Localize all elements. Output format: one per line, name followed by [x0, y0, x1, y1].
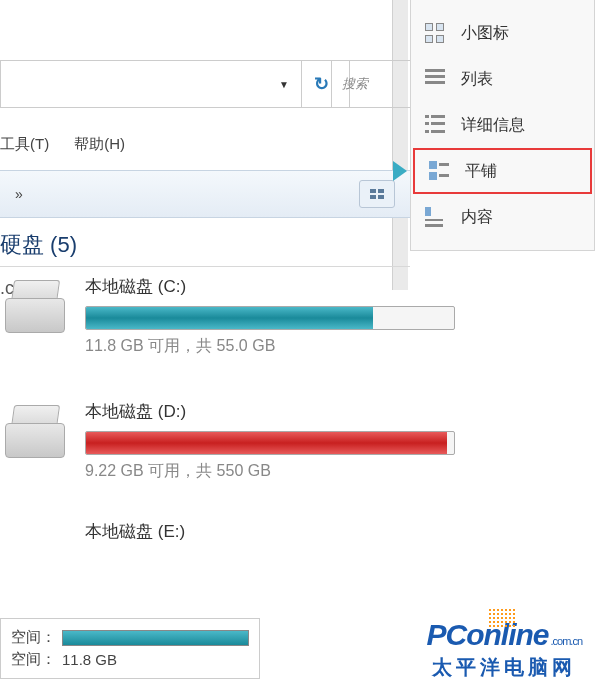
- toolbar: »: [0, 170, 410, 218]
- view-menu-label: 列表: [461, 69, 493, 90]
- search-placeholder: 搜索: [342, 75, 368, 93]
- drive-stats: 9.22 GB 可用，共 550 GB: [85, 461, 460, 482]
- view-menu-tiles[interactable]: 平铺: [413, 148, 592, 194]
- small-icons-icon: [425, 23, 447, 43]
- refresh-icon: ↻: [314, 73, 329, 95]
- drive-item-c[interactable]: 本地磁盘 (C:) 11.8 GB 可用，共 55.0 GB: [0, 275, 460, 357]
- hard-drive-icon: [0, 400, 70, 458]
- view-menu-label: 平铺: [465, 161, 497, 182]
- address-dropdown-icon[interactable]: ▼: [267, 79, 301, 90]
- drive-item-d[interactable]: 本地磁盘 (D:) 9.22 GB 可用，共 550 GB: [0, 400, 460, 482]
- list-icon: [425, 69, 447, 89]
- drive-properties-tooltip: 空间： 空间： 11.8 GB: [0, 618, 260, 679]
- view-menu-label: 详细信息: [461, 115, 525, 136]
- menu-tools[interactable]: 工具(T): [0, 135, 49, 154]
- drive-usage-fill: [86, 307, 373, 329]
- toolbar-overflow-button[interactable]: »: [15, 186, 23, 202]
- menu-help[interactable]: 帮助(H): [74, 135, 125, 154]
- drive-usage-bar: [85, 431, 455, 455]
- view-menu: 小图标 列表 详细信息 平铺 内容: [410, 0, 595, 251]
- address-bar[interactable]: ▼ ↻: [0, 60, 350, 108]
- drive-name: 本地磁盘 (E:): [85, 520, 460, 543]
- details-icon: [425, 115, 447, 135]
- view-menu-content[interactable]: 内容: [411, 194, 594, 240]
- view-toggle-button[interactable]: [359, 180, 395, 208]
- section-header-drives: 硬盘 (5): [0, 230, 410, 267]
- drive-name: 本地磁盘 (C:): [85, 275, 460, 298]
- view-menu-list[interactable]: 列表: [411, 56, 594, 102]
- watermark-cn-text: 太平洋电脑网: [426, 654, 582, 681]
- search-input[interactable]: 搜索: [331, 60, 411, 108]
- tiles-icon: [370, 189, 384, 199]
- drive-stats: 11.8 GB 可用，共 55.0 GB: [85, 336, 460, 357]
- tooltip-free-value: 11.8 GB: [62, 651, 117, 668]
- hard-drive-icon: [0, 275, 70, 333]
- tooltip-space-label: 空间：: [11, 628, 56, 647]
- view-menu-small-icons[interactable]: 小图标: [411, 10, 594, 56]
- pconline-logo: PConline.com.cn: [426, 618, 582, 652]
- tooltip-free-label: 空间：: [11, 650, 56, 669]
- content-icon: [425, 207, 447, 227]
- drive-usage-fill: [86, 432, 447, 454]
- drive-usage-bar: [85, 306, 455, 330]
- view-menu-label: 小图标: [461, 23, 509, 44]
- selection-pointer-icon: [393, 161, 407, 181]
- watermark-logo: PConline.com.cn 太平洋电脑网: [426, 618, 582, 681]
- view-menu-label: 内容: [461, 207, 493, 228]
- tiles-icon: [429, 161, 451, 181]
- menu-bar: 工具(T) 帮助(H): [0, 135, 410, 154]
- view-menu-details[interactable]: 详细信息: [411, 102, 594, 148]
- tooltip-usage-bar: [62, 630, 249, 646]
- drive-item-e[interactable]: 本地磁盘 (E:): [0, 520, 460, 551]
- drive-name: 本地磁盘 (D:): [85, 400, 460, 423]
